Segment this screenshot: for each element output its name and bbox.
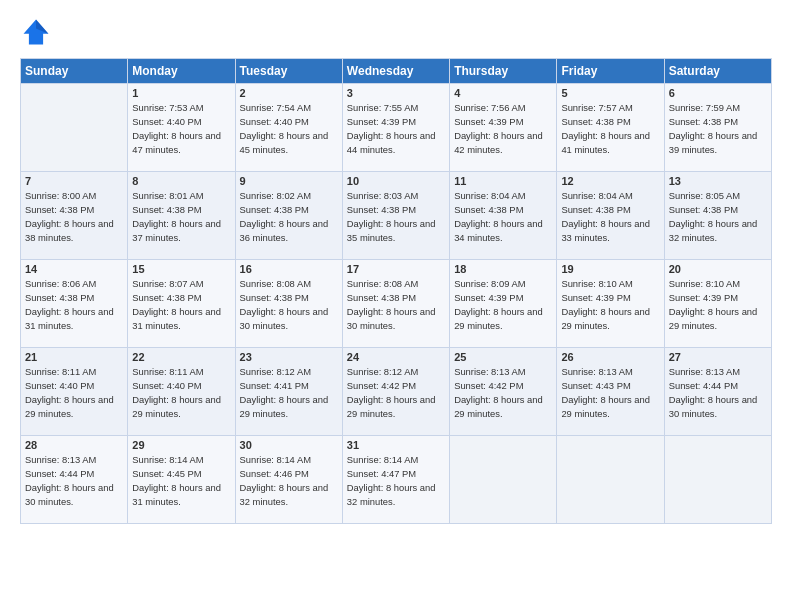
cell-text: Sunrise: 8:05 AMSunset: 4:38 PMDaylight:… (669, 189, 767, 245)
day-number: 17 (347, 263, 445, 275)
cell-text: Sunrise: 8:12 AMSunset: 4:41 PMDaylight:… (240, 365, 338, 421)
header (20, 16, 772, 48)
calendar-cell: 2Sunrise: 7:54 AMSunset: 4:40 PMDaylight… (235, 84, 342, 172)
week-row-1: 7Sunrise: 8:00 AMSunset: 4:38 PMDaylight… (21, 172, 772, 260)
day-number: 24 (347, 351, 445, 363)
weekday-header-wednesday: Wednesday (342, 59, 449, 84)
cell-text: Sunrise: 8:04 AMSunset: 4:38 PMDaylight:… (561, 189, 659, 245)
calendar-cell: 6Sunrise: 7:59 AMSunset: 4:38 PMDaylight… (664, 84, 771, 172)
day-number: 6 (669, 87, 767, 99)
cell-text: Sunrise: 8:02 AMSunset: 4:38 PMDaylight:… (240, 189, 338, 245)
cell-text: Sunrise: 8:06 AMSunset: 4:38 PMDaylight:… (25, 277, 123, 333)
day-number: 2 (240, 87, 338, 99)
cell-text: Sunrise: 8:10 AMSunset: 4:39 PMDaylight:… (561, 277, 659, 333)
cell-text: Sunrise: 8:09 AMSunset: 4:39 PMDaylight:… (454, 277, 552, 333)
day-number: 18 (454, 263, 552, 275)
cell-text: Sunrise: 8:03 AMSunset: 4:38 PMDaylight:… (347, 189, 445, 245)
calendar-cell: 24Sunrise: 8:12 AMSunset: 4:42 PMDayligh… (342, 348, 449, 436)
calendar-cell: 3Sunrise: 7:55 AMSunset: 4:39 PMDaylight… (342, 84, 449, 172)
day-number: 20 (669, 263, 767, 275)
cell-text: Sunrise: 8:13 AMSunset: 4:43 PMDaylight:… (561, 365, 659, 421)
day-number: 19 (561, 263, 659, 275)
calendar-cell: 31Sunrise: 8:14 AMSunset: 4:47 PMDayligh… (342, 436, 449, 524)
cell-text: Sunrise: 7:53 AMSunset: 4:40 PMDaylight:… (132, 101, 230, 157)
day-number: 14 (25, 263, 123, 275)
cell-text: Sunrise: 7:56 AMSunset: 4:39 PMDaylight:… (454, 101, 552, 157)
day-number: 26 (561, 351, 659, 363)
cell-text: Sunrise: 8:13 AMSunset: 4:44 PMDaylight:… (25, 453, 123, 509)
calendar-cell: 9Sunrise: 8:02 AMSunset: 4:38 PMDaylight… (235, 172, 342, 260)
calendar-cell: 26Sunrise: 8:13 AMSunset: 4:43 PMDayligh… (557, 348, 664, 436)
cell-text: Sunrise: 8:14 AMSunset: 4:46 PMDaylight:… (240, 453, 338, 509)
day-number: 16 (240, 263, 338, 275)
calendar-cell: 4Sunrise: 7:56 AMSunset: 4:39 PMDaylight… (450, 84, 557, 172)
day-number: 23 (240, 351, 338, 363)
day-number: 25 (454, 351, 552, 363)
calendar-cell: 20Sunrise: 8:10 AMSunset: 4:39 PMDayligh… (664, 260, 771, 348)
cell-text: Sunrise: 8:12 AMSunset: 4:42 PMDaylight:… (347, 365, 445, 421)
cell-text: Sunrise: 8:14 AMSunset: 4:47 PMDaylight:… (347, 453, 445, 509)
calendar-cell (21, 84, 128, 172)
page: SundayMondayTuesdayWednesdayThursdayFrid… (0, 0, 792, 612)
day-number: 27 (669, 351, 767, 363)
day-number: 29 (132, 439, 230, 451)
calendar-cell: 5Sunrise: 7:57 AMSunset: 4:38 PMDaylight… (557, 84, 664, 172)
day-number: 15 (132, 263, 230, 275)
weekday-header-monday: Monday (128, 59, 235, 84)
day-number: 10 (347, 175, 445, 187)
day-number: 8 (132, 175, 230, 187)
calendar-cell: 16Sunrise: 8:08 AMSunset: 4:38 PMDayligh… (235, 260, 342, 348)
cell-text: Sunrise: 8:07 AMSunset: 4:38 PMDaylight:… (132, 277, 230, 333)
day-number: 3 (347, 87, 445, 99)
day-number: 9 (240, 175, 338, 187)
cell-text: Sunrise: 7:54 AMSunset: 4:40 PMDaylight:… (240, 101, 338, 157)
day-number: 22 (132, 351, 230, 363)
week-row-4: 28Sunrise: 8:13 AMSunset: 4:44 PMDayligh… (21, 436, 772, 524)
calendar-cell: 28Sunrise: 8:13 AMSunset: 4:44 PMDayligh… (21, 436, 128, 524)
day-number: 13 (669, 175, 767, 187)
day-number: 5 (561, 87, 659, 99)
weekday-header-friday: Friday (557, 59, 664, 84)
calendar-cell: 12Sunrise: 8:04 AMSunset: 4:38 PMDayligh… (557, 172, 664, 260)
week-row-3: 21Sunrise: 8:11 AMSunset: 4:40 PMDayligh… (21, 348, 772, 436)
week-row-0: 1Sunrise: 7:53 AMSunset: 4:40 PMDaylight… (21, 84, 772, 172)
calendar-cell (557, 436, 664, 524)
cell-text: Sunrise: 8:11 AMSunset: 4:40 PMDaylight:… (25, 365, 123, 421)
logo (20, 16, 56, 48)
calendar-cell: 30Sunrise: 8:14 AMSunset: 4:46 PMDayligh… (235, 436, 342, 524)
cell-text: Sunrise: 8:13 AMSunset: 4:42 PMDaylight:… (454, 365, 552, 421)
calendar: SundayMondayTuesdayWednesdayThursdayFrid… (20, 58, 772, 524)
day-number: 31 (347, 439, 445, 451)
weekday-header-sunday: Sunday (21, 59, 128, 84)
calendar-cell: 7Sunrise: 8:00 AMSunset: 4:38 PMDaylight… (21, 172, 128, 260)
logo-icon (20, 16, 52, 48)
day-number: 11 (454, 175, 552, 187)
cell-text: Sunrise: 8:00 AMSunset: 4:38 PMDaylight:… (25, 189, 123, 245)
day-number: 7 (25, 175, 123, 187)
calendar-cell (450, 436, 557, 524)
day-number: 21 (25, 351, 123, 363)
day-number: 1 (132, 87, 230, 99)
weekday-header-thursday: Thursday (450, 59, 557, 84)
cell-text: Sunrise: 8:13 AMSunset: 4:44 PMDaylight:… (669, 365, 767, 421)
cell-text: Sunrise: 8:11 AMSunset: 4:40 PMDaylight:… (132, 365, 230, 421)
cell-text: Sunrise: 8:10 AMSunset: 4:39 PMDaylight:… (669, 277, 767, 333)
calendar-cell: 8Sunrise: 8:01 AMSunset: 4:38 PMDaylight… (128, 172, 235, 260)
cell-text: Sunrise: 7:57 AMSunset: 4:38 PMDaylight:… (561, 101, 659, 157)
week-row-2: 14Sunrise: 8:06 AMSunset: 4:38 PMDayligh… (21, 260, 772, 348)
weekday-header-row: SundayMondayTuesdayWednesdayThursdayFrid… (21, 59, 772, 84)
weekday-header-saturday: Saturday (664, 59, 771, 84)
calendar-cell: 27Sunrise: 8:13 AMSunset: 4:44 PMDayligh… (664, 348, 771, 436)
day-number: 12 (561, 175, 659, 187)
cell-text: Sunrise: 8:14 AMSunset: 4:45 PMDaylight:… (132, 453, 230, 509)
cell-text: Sunrise: 8:08 AMSunset: 4:38 PMDaylight:… (240, 277, 338, 333)
calendar-cell: 19Sunrise: 8:10 AMSunset: 4:39 PMDayligh… (557, 260, 664, 348)
calendar-cell: 18Sunrise: 8:09 AMSunset: 4:39 PMDayligh… (450, 260, 557, 348)
cell-text: Sunrise: 8:08 AMSunset: 4:38 PMDaylight:… (347, 277, 445, 333)
calendar-cell: 21Sunrise: 8:11 AMSunset: 4:40 PMDayligh… (21, 348, 128, 436)
calendar-cell: 11Sunrise: 8:04 AMSunset: 4:38 PMDayligh… (450, 172, 557, 260)
day-number: 28 (25, 439, 123, 451)
cell-text: Sunrise: 7:55 AMSunset: 4:39 PMDaylight:… (347, 101, 445, 157)
cell-text: Sunrise: 8:01 AMSunset: 4:38 PMDaylight:… (132, 189, 230, 245)
calendar-cell: 13Sunrise: 8:05 AMSunset: 4:38 PMDayligh… (664, 172, 771, 260)
